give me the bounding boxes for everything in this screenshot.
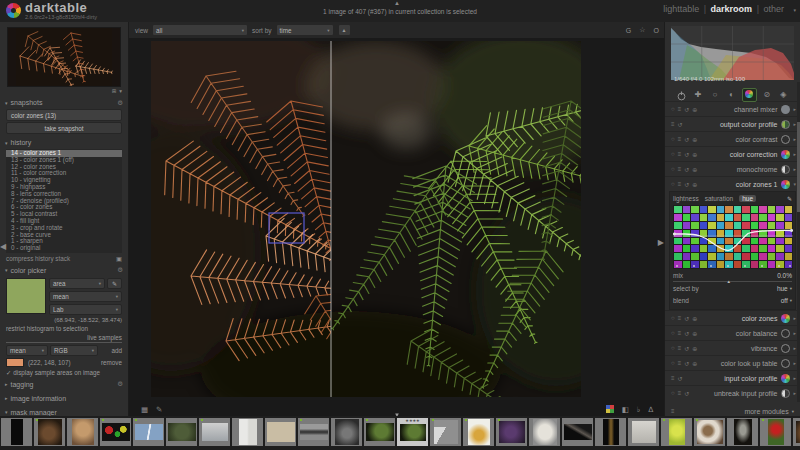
module-header-color-zones[interactable]: ○≡↺⊕color zones▸ bbox=[665, 310, 800, 325]
expander-icon[interactable]: ▸ bbox=[793, 121, 796, 127]
power-icon[interactable]: ○ bbox=[671, 106, 675, 113]
expander-icon[interactable]: ▸ bbox=[793, 151, 796, 157]
views-dropdown-icon[interactable]: ▾ bbox=[793, 7, 796, 13]
histogram[interactable]: 1/640 f/4.0 102mm iso 100 bbox=[671, 26, 794, 84]
snapshot-item[interactable]: color zones (13) bbox=[6, 109, 122, 121]
reset-icon[interactable]: ↺ bbox=[684, 136, 689, 143]
snapshots-header[interactable]: ▾ snapshots ⚙ bbox=[0, 97, 128, 108]
expander-icon[interactable]: ▸ bbox=[793, 166, 796, 172]
zoom-dropdown-icon[interactable]: ▾ bbox=[119, 88, 122, 94]
sample-stat-select[interactable]: mean ▾ bbox=[6, 345, 48, 356]
filmstrip-thumbnail[interactable] bbox=[661, 418, 692, 446]
power-icon[interactable]: ○ bbox=[671, 151, 675, 158]
menu-icon[interactable]: ≡ bbox=[678, 315, 682, 322]
instance-icon[interactable]: ⊕ bbox=[692, 166, 697, 173]
power-icon[interactable]: ○ bbox=[671, 181, 675, 188]
tagging-header[interactable]: ▸ tagging ⚙ bbox=[0, 379, 128, 390]
power-icon[interactable]: ○ bbox=[671, 390, 675, 397]
module-header-unbreak-input-profile[interactable]: ○≡↺unbreak input profile▸ bbox=[665, 385, 800, 400]
module-header-color-correction[interactable]: ○≡↺⊕color correction▸ bbox=[665, 146, 800, 161]
gear-icon[interactable]: ⚙ bbox=[117, 266, 123, 274]
expander-icon[interactable]: ▸ bbox=[793, 106, 796, 112]
checkbox-checked-icon[interactable]: ✓ bbox=[6, 369, 11, 376]
instance-icon[interactable]: ⊕ bbox=[692, 315, 697, 322]
collapse-right-panel-icon[interactable]: ▶ bbox=[658, 238, 664, 247]
expander-icon[interactable]: ▸ bbox=[793, 360, 796, 366]
module-header-color-balance[interactable]: ○≡↺⊕color balance▸ bbox=[665, 325, 800, 340]
power-icon[interactable]: ○ bbox=[671, 315, 675, 322]
power-icon[interactable]: ○ bbox=[671, 360, 675, 367]
filmstrip-thumbnail[interactable] bbox=[265, 418, 296, 446]
menu-icon[interactable]: ≡ bbox=[678, 390, 682, 397]
filmstrip-thumbnail[interactable] bbox=[760, 418, 791, 446]
filmstrip-thumbnail[interactable] bbox=[232, 418, 263, 446]
tone-group-icon[interactable]: ◐ bbox=[725, 90, 738, 99]
module-header-monochrome[interactable]: ○≡↺⊕monochrome▸ bbox=[665, 161, 800, 176]
power-icon[interactable]: ○ bbox=[671, 345, 675, 352]
filmstrip-thumbnail[interactable] bbox=[496, 418, 527, 446]
mix-slider[interactable]: mix 0.0% ▲ bbox=[673, 270, 792, 282]
reset-icon[interactable]: ↺ bbox=[684, 345, 689, 352]
expander-icon[interactable]: ▸ bbox=[793, 375, 796, 381]
compress-history-icon[interactable]: ▣ bbox=[116, 255, 122, 262]
sort-by-select[interactable]: time ▾ bbox=[276, 24, 334, 36]
module-header-vibrance[interactable]: ○≡↺⊕vibrance▸ bbox=[665, 340, 800, 355]
history-header[interactable]: ▾ history bbox=[0, 137, 128, 148]
module-header-color-zones-1[interactable]: ○≡↺⊕color zones 1▾ bbox=[665, 176, 800, 191]
view-other[interactable]: other bbox=[763, 4, 784, 14]
filmstrip-thumbnail[interactable] bbox=[595, 418, 626, 446]
filmstrip-thumbnail[interactable] bbox=[364, 418, 395, 446]
instance-icon[interactable]: ⊕ bbox=[692, 181, 697, 188]
sample-color-swatch[interactable] bbox=[6, 358, 24, 367]
power-icon[interactable]: ○ bbox=[671, 166, 675, 173]
menu-icon[interactable]: ≡ bbox=[678, 360, 682, 367]
instance-icon[interactable]: ⊕ bbox=[692, 345, 697, 352]
filmstrip-thumbnail[interactable] bbox=[628, 418, 659, 446]
focus-peaking-icon[interactable]: O bbox=[654, 27, 659, 34]
eyedropper-button[interactable]: ✎ bbox=[107, 278, 122, 289]
menu-icon[interactable]: ≡ bbox=[678, 106, 682, 113]
menu-icon[interactable]: ≡ bbox=[671, 121, 675, 128]
view-filter-select[interactable]: all ▾ bbox=[152, 24, 248, 36]
tab-lightness[interactable]: lightness bbox=[673, 195, 699, 202]
collapse-left-panel-icon[interactable]: ◀ bbox=[0, 242, 6, 251]
instance-icon[interactable]: ⊕ bbox=[692, 106, 697, 113]
filmstrip-thumbnail[interactable] bbox=[133, 418, 164, 446]
sample-space-select[interactable]: RGB ▾ bbox=[50, 345, 98, 356]
reset-icon[interactable]: ↺ bbox=[684, 330, 689, 337]
sort-direction-button[interactable]: ▲ bbox=[338, 24, 351, 36]
favorites-group-icon[interactable]: ✚ bbox=[692, 90, 705, 99]
basic-group-icon[interactable]: ○ bbox=[708, 90, 721, 99]
gear-icon[interactable]: ⚙ bbox=[117, 380, 123, 388]
overlays-star-icon[interactable]: ☆ bbox=[639, 26, 645, 34]
gamut-check-icon[interactable]: ∆ bbox=[648, 405, 653, 414]
menu-icon[interactable]: ≡ bbox=[678, 345, 682, 352]
menu-icon[interactable]: ≡ bbox=[678, 166, 682, 173]
compress-history-label[interactable]: compress history stack bbox=[6, 255, 70, 262]
live-samples-label[interactable]: live samples bbox=[87, 334, 122, 341]
filmstrip-thumbnail[interactable] bbox=[166, 418, 197, 446]
take-snapshot-button[interactable]: take snapshot bbox=[6, 122, 122, 134]
instance-icon[interactable]: ⊕ bbox=[692, 151, 697, 158]
menu-icon[interactable]: ≡ bbox=[678, 136, 682, 143]
color-picker-header[interactable]: ▾ color picker ⚙ bbox=[0, 265, 128, 276]
menu-icon[interactable]: ≡ bbox=[671, 375, 675, 382]
second-window-icon[interactable]: ✎ bbox=[156, 405, 162, 414]
menu-icon[interactable]: ≡ bbox=[678, 330, 682, 337]
overexposed-icon[interactable]: ◧ bbox=[622, 405, 629, 414]
reset-icon[interactable]: ↺ bbox=[684, 181, 689, 188]
filmstrip-thumbnail[interactable] bbox=[298, 418, 329, 446]
module-header-color-contrast[interactable]: ○≡↺⊕color contrast▸ bbox=[665, 131, 800, 146]
module-header-channel-mixer[interactable]: ○≡↺⊕channel mixer▸ bbox=[665, 101, 800, 116]
instance-icon[interactable]: ⊕ bbox=[692, 330, 697, 337]
expander-icon[interactable]: ▸ bbox=[793, 390, 796, 396]
filmstrip-thumbnail[interactable] bbox=[430, 418, 461, 446]
instance-icon[interactable]: ⊕ bbox=[692, 360, 697, 367]
power-icon[interactable]: ○ bbox=[671, 136, 675, 143]
color-zones-curve[interactable] bbox=[673, 205, 793, 269]
filmstrip-thumbnail[interactable] bbox=[562, 418, 593, 446]
display-sample-areas-label[interactable]: display sample areas on image bbox=[13, 369, 100, 376]
module-header-output-color-profile[interactable]: ≡↺output color profile▸ bbox=[665, 116, 800, 131]
filmstrip-thumbnail[interactable] bbox=[199, 418, 230, 446]
picker-stat-select[interactable]: mean ▾ bbox=[49, 291, 122, 302]
